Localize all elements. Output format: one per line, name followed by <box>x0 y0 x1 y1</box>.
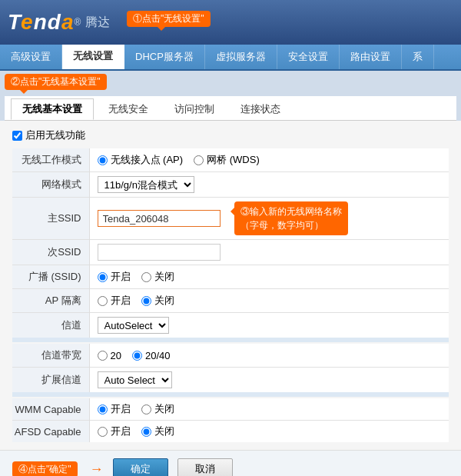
cancel-button[interactable]: 取消 <box>177 458 233 476</box>
main-ssid-row: 主SSID ③输入新的无线网络名称 （字母，数字均可） <box>12 198 449 240</box>
secondary-ssid-input[interactable] <box>98 244 221 261</box>
bandwidth-2040-label: 20/40 <box>145 350 171 361</box>
settings-table: 无线工作模式 无线接入点 (AP) 网桥 (WDS) 网络模式 11b/g/ <box>12 148 449 338</box>
extend-channel-select[interactable]: Auto SelectUpperLower <box>98 371 172 388</box>
enable-wireless-checkbox[interactable] <box>12 131 22 141</box>
broadcast-off-label: 关闭 <box>154 270 174 284</box>
logo: Tenda ® 腾达 <box>8 10 110 35</box>
network-mode-row: 网络模式 11b/g/n混合模式11b模式11g模式11n模式 <box>12 172 449 198</box>
mode-ap-option[interactable]: 无线接入点 (AP) <box>98 153 184 167</box>
broadcast-on-option[interactable]: 开启 <box>98 270 131 284</box>
main-navigation: 高级设置 无线设置 DHCP服务器 虚拟服务器 安全设置 路由设置 系 <box>0 45 461 71</box>
bandwidth-value: 20 20/40 <box>89 344 449 368</box>
broadcast-off-radio[interactable] <box>141 272 151 282</box>
main-ssid-input[interactable] <box>98 210 221 227</box>
footer-area: ④点击"确定" → 确定 取消 <box>0 450 461 476</box>
nav-wireless[interactable]: 无线设置 <box>62 45 124 69</box>
callout-step4: ④点击"确定" <box>12 461 78 477</box>
wmm-off-option[interactable]: 关闭 <box>141 402 174 416</box>
header: Tenda ® 腾达 ①点击"无线设置" <box>0 0 461 45</box>
ap-isolate-off-option[interactable]: 关闭 <box>141 294 174 308</box>
settings-table-3: WMM Capable 开启 关闭 AFSD Capable <box>12 398 449 442</box>
afsd-label: AFSD Capable <box>12 421 89 443</box>
extend-channel-label: 扩展信道 <box>12 368 89 393</box>
wireless-mode-label: 无线工作模式 <box>12 148 89 172</box>
ap-isolate-label: AP 隔离 <box>12 289 89 313</box>
enable-wireless-label: 启用无线功能 <box>25 128 85 142</box>
main-ssid-value: ③输入新的无线网络名称 （字母，数字均可） <box>89 198 449 240</box>
callout-step1: ①点击"无线设置" <box>127 11 211 27</box>
wmm-off-label: 关闭 <box>154 402 174 416</box>
secondary-ssid-value <box>89 240 449 265</box>
network-mode-label: 网络模式 <box>12 172 89 198</box>
ap-isolate-radio-group: 开启 关闭 <box>98 294 442 308</box>
mode-wds-radio[interactable] <box>194 155 204 165</box>
wmm-label: WMM Capable <box>12 398 89 421</box>
broadcast-on-label: 开启 <box>111 270 131 284</box>
network-mode-select[interactable]: 11b/g/n混合模式11b模式11g模式11n模式 <box>98 176 194 193</box>
mode-wds-option[interactable]: 网桥 (WDS) <box>194 153 260 167</box>
bandwidth-row: 信道带宽 20 20/40 <box>12 344 449 368</box>
sub-navigation: 无线基本设置 无线安全 访问控制 连接状态 <box>5 96 456 121</box>
nav-dhcp[interactable]: DHCP服务器 <box>124 45 205 69</box>
secondary-ssid-row: 次SSID <box>12 240 449 265</box>
subnav-basic[interactable]: 无线基本设置 <box>11 98 94 120</box>
afsd-value: 开启 关闭 <box>89 421 449 443</box>
afsd-on-label: 开启 <box>111 424 131 438</box>
bandwidth-2040-radio[interactable] <box>132 351 142 361</box>
main-ssid-label: 主SSID <box>12 198 89 240</box>
logo-cn: 腾达 <box>85 15 110 31</box>
ap-isolate-on-option[interactable]: 开启 <box>98 294 131 308</box>
logo-en: Tenda <box>8 10 74 35</box>
enable-wireless-row: 启用无线功能 <box>12 128 449 142</box>
subnav-wireless-security[interactable]: 无线安全 <box>97 98 160 120</box>
mode-ap-label: 无线接入点 (AP) <box>111 153 184 167</box>
broadcast-on-radio[interactable] <box>98 272 108 282</box>
ap-isolate-value: 开启 关闭 <box>89 289 449 313</box>
nav-virtual[interactable]: 虚拟服务器 <box>205 45 277 69</box>
channel-select[interactable]: AutoSelect12345678910111213 <box>98 317 169 334</box>
broadcast-value: 开启 关闭 <box>89 265 449 289</box>
confirm-button[interactable]: 确定 <box>113 458 168 476</box>
nav-more[interactable]: 系 <box>402 45 434 69</box>
content-area: 启用无线功能 无线工作模式 无线接入点 (AP) 网桥 (WDS) <box>0 121 461 450</box>
section-divider <box>12 338 449 342</box>
ap-isolate-row: AP 隔离 开启 关闭 <box>12 289 449 313</box>
subnav-connection-status[interactable]: 连接状态 <box>229 98 292 120</box>
bandwidth-20-option[interactable]: 20 <box>98 350 121 361</box>
nav-advanced[interactable]: 高级设置 <box>0 45 62 69</box>
secondary-ssid-label: 次SSID <box>12 240 89 265</box>
afsd-radio-group: 开启 关闭 <box>98 424 442 438</box>
ap-isolate-off-radio[interactable] <box>141 296 151 306</box>
extend-channel-value: Auto SelectUpperLower <box>89 368 449 393</box>
subnav-access-control[interactable]: 访问控制 <box>163 98 226 120</box>
bandwidth-2040-option[interactable]: 20/40 <box>132 350 171 361</box>
broadcast-radio-group: 开启 关闭 <box>98 270 442 284</box>
nav-routing[interactable]: 路由设置 <box>340 45 402 69</box>
ap-isolate-on-radio[interactable] <box>98 296 108 306</box>
wmm-value: 开启 关闭 <box>89 398 449 421</box>
arrow-icon: → <box>90 461 104 477</box>
settings-table-2: 信道带宽 20 20/40 扩展信道 Auto SelectUpperLow <box>12 344 449 392</box>
channel-value: AutoSelect12345678910111213 <box>89 313 449 338</box>
afsd-off-radio[interactable] <box>141 427 151 437</box>
nav-security[interactable]: 安全设置 <box>277 45 340 69</box>
network-mode-value: 11b/g/n混合模式11b模式11g模式11n模式 <box>89 172 449 198</box>
wmm-radio-group: 开启 关闭 <box>98 402 442 416</box>
afsd-row: AFSD Capable 开启 关闭 <box>12 421 449 443</box>
wmm-off-radio[interactable] <box>141 404 151 414</box>
wmm-on-option[interactable]: 开启 <box>98 402 131 416</box>
wmm-on-radio[interactable] <box>98 404 108 414</box>
section-divider-2 <box>12 392 449 397</box>
afsd-on-radio[interactable] <box>98 427 108 437</box>
bandwidth-20-radio[interactable] <box>98 351 108 361</box>
wmm-row: WMM Capable 开启 关闭 <box>12 398 449 421</box>
logo-reg: ® <box>74 17 81 28</box>
broadcast-off-option[interactable]: 关闭 <box>141 270 174 284</box>
extend-channel-row: 扩展信道 Auto SelectUpperLower <box>12 368 449 393</box>
afsd-on-option[interactable]: 开启 <box>98 424 131 438</box>
bandwidth-label: 信道带宽 <box>12 344 89 368</box>
afsd-off-option[interactable]: 关闭 <box>141 424 174 438</box>
broadcast-label: 广播 (SSID) <box>12 265 89 289</box>
mode-ap-radio[interactable] <box>98 155 108 165</box>
